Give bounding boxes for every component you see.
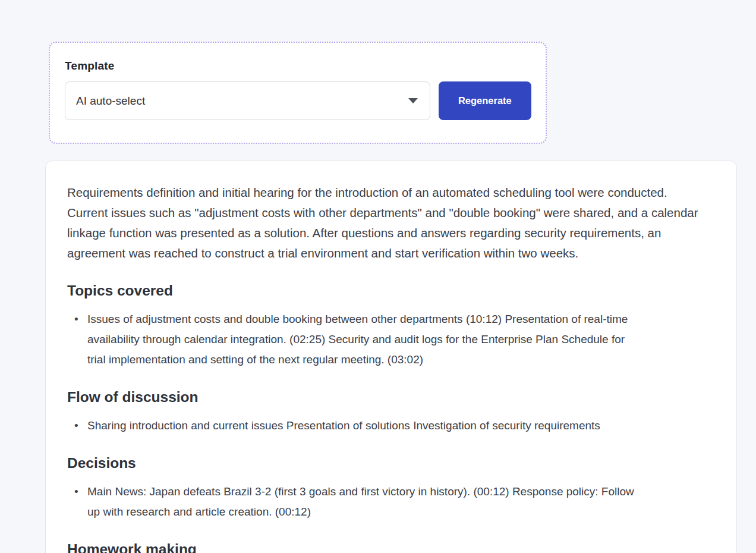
template-select[interactable]: AI auto-select xyxy=(65,81,430,120)
template-row: AI auto-select Regenerate xyxy=(65,81,531,120)
summary-section-decisions: Decisions Main News: Japan defeats Brazi… xyxy=(67,454,736,522)
summary-section-topics: Topics covered Issues of adjustment cost… xyxy=(67,281,736,370)
bullet-list: Main News: Japan defeats Brazil 3-2 (fir… xyxy=(67,482,736,522)
bullet-list: Sharing introduction and current issues … xyxy=(67,416,736,436)
list-item: Main News: Japan defeats Brazil 3-2 (fir… xyxy=(67,482,736,522)
list-item: Issues of adjustment costs and double bo… xyxy=(67,309,736,370)
section-heading: Flow of discussion xyxy=(67,388,736,407)
section-heading: Topics covered xyxy=(67,281,736,300)
bullet-list: Issues of adjustment costs and double bo… xyxy=(67,309,736,370)
chevron-down-icon xyxy=(408,98,418,103)
summary-card: Requirements definition and initial hear… xyxy=(45,161,737,553)
template-label: Template xyxy=(65,59,531,73)
template-panel: Template AI auto-select Regenerate xyxy=(49,42,547,144)
selected-template-value: AI auto-select xyxy=(76,95,408,108)
regenerate-label: Regenerate xyxy=(458,95,512,106)
summary-intro: Requirements definition and initial hear… xyxy=(67,183,736,263)
summary-section-homework: Homework making xyxy=(67,540,736,553)
section-heading: Decisions xyxy=(67,454,736,473)
summary-section-flow: Flow of discussion Sharing introduction … xyxy=(67,388,736,436)
regenerate-button[interactable]: Regenerate xyxy=(439,81,531,120)
section-heading: Homework making xyxy=(67,540,736,553)
list-item: Sharing introduction and current issues … xyxy=(67,416,736,436)
